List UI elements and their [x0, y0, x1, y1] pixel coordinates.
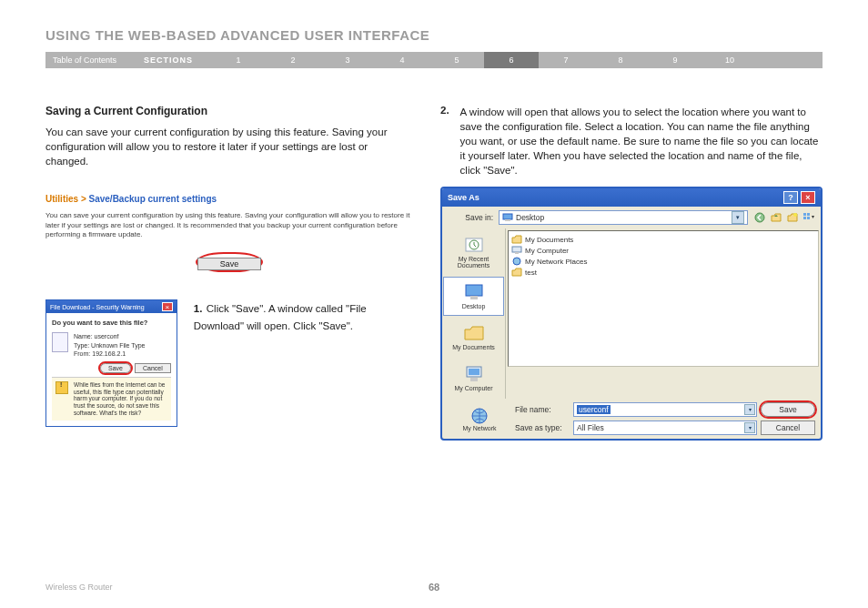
step-1-text: Click "Save". A window called "File Down…	[194, 303, 367, 330]
right-column: 2. A window will open that allows you to…	[440, 105, 823, 441]
save-in-label: Save in:	[448, 213, 493, 222]
place-recent-documents[interactable]: My Recent Documents	[443, 229, 504, 275]
chevron-down-icon[interactable]: ▾	[732, 211, 744, 224]
warning-text: While files from the Internet can be use…	[74, 381, 167, 417]
page-number: 68	[45, 582, 823, 593]
fd-cancel-button[interactable]: Cancel	[135, 363, 171, 373]
svg-rect-1	[505, 219, 510, 221]
file-download-dialog: File Download - Security Warning × Do yo…	[45, 299, 177, 426]
intro-paragraph: You can save your current configuration …	[45, 125, 413, 168]
svg-rect-10	[466, 285, 482, 296]
back-icon[interactable]	[753, 211, 766, 224]
type-label: Type:	[74, 342, 89, 349]
nav-section-6[interactable]: 6	[484, 52, 539, 68]
nav-section-8[interactable]: 8	[593, 56, 648, 65]
folder-icon	[511, 235, 522, 244]
svg-rect-11	[470, 296, 478, 299]
close-icon[interactable]: ×	[162, 302, 173, 311]
page-title: USING THE WEB-BASED ADVANCED USER INTERF…	[45, 27, 823, 43]
dialog-titlebar: File Download - Security Warning ×	[46, 300, 177, 313]
type-value: Unknown File Type	[91, 342, 145, 349]
desktop-icon	[502, 213, 513, 222]
save-as-save-button[interactable]: Save	[761, 402, 815, 417]
list-item[interactable]: test	[511, 267, 815, 278]
from-value: 192.168.2.1	[92, 350, 126, 357]
list-item[interactable]: My Computer	[511, 245, 815, 256]
nav-section-5[interactable]: 5	[429, 56, 484, 65]
place-mydocs-label: My Documents	[446, 344, 501, 350]
view-menu-icon[interactable]	[802, 211, 815, 224]
place-my-documents[interactable]: My Documents	[443, 318, 504, 357]
nav-section-9[interactable]: 9	[648, 56, 702, 65]
section-nav-bar: Table of Contents SECTIONS 1 2 3 4 5 6 7…	[45, 52, 823, 68]
nav-section-3[interactable]: 3	[320, 56, 375, 65]
recent-icon	[463, 236, 485, 254]
file-metadata: Name: userconf Type: Unknown File Type F…	[74, 332, 145, 357]
network-icon	[469, 407, 490, 425]
chevron-down-icon[interactable]: ▾	[744, 404, 755, 415]
svg-point-17	[513, 258, 520, 265]
nav-section-2[interactable]: 2	[266, 56, 320, 65]
file-listing[interactable]: My Documents My Computer My Network Plac…	[508, 230, 819, 367]
filename-label: File name:	[515, 405, 570, 414]
save-in-dropdown[interactable]: Desktop ▾	[499, 210, 748, 225]
place-my-network[interactable]: My Network	[448, 407, 511, 431]
step-1: 1. Click "Save". A window called "File D…	[194, 299, 413, 332]
step-2-number: 2.	[440, 105, 449, 177]
folder-icon	[463, 324, 485, 342]
nav-sections-label: SECTIONS	[144, 56, 193, 65]
list-item[interactable]: My Network Places	[511, 256, 815, 267]
filename-input[interactable]: userconf ▾	[573, 402, 757, 417]
help-icon[interactable]: ?	[783, 191, 798, 204]
saveastype-dropdown[interactable]: All Files ▾	[573, 421, 757, 435]
svg-rect-0	[503, 214, 512, 219]
name-value: userconf	[95, 333, 119, 339]
computer-icon	[511, 246, 522, 255]
save-as-toolbar: Save in: Desktop ▾	[442, 207, 821, 228]
place-my-computer[interactable]: My Computer	[443, 359, 504, 398]
chevron-down-icon[interactable]: ▾	[744, 422, 755, 433]
utility-description: You can save your current configuration …	[45, 211, 413, 239]
svg-rect-16	[515, 252, 519, 254]
list-item[interactable]: My Documents	[511, 234, 815, 245]
folder-icon	[511, 268, 522, 277]
list-item-label: My Computer	[525, 247, 569, 255]
list-item-label: My Documents	[525, 236, 573, 244]
step-2-text: A window will open that allows you to se…	[460, 105, 823, 177]
close-icon[interactable]: ×	[801, 191, 815, 204]
section-heading: Saving a Current Configuration	[45, 105, 413, 117]
list-item-label: My Network Places	[525, 258, 587, 266]
save-as-title: Save As	[448, 193, 479, 202]
name-label: Name:	[74, 333, 93, 339]
fd-save-button[interactable]: Save	[100, 363, 131, 373]
nav-section-7[interactable]: 7	[539, 56, 593, 65]
from-label: From:	[74, 350, 90, 357]
save-button[interactable]: Save	[197, 258, 262, 270]
save-as-cancel-button[interactable]: Cancel	[761, 421, 815, 435]
svg-rect-15	[512, 247, 521, 252]
svg-rect-6	[803, 217, 806, 219]
save-as-dialog: Save As ? × Save in: Desktop ▾	[440, 187, 823, 441]
places-bar: My Recent Documents Desktop My Documents…	[442, 228, 506, 399]
place-mynet-label: My Network	[448, 425, 511, 431]
save-as-titlebar: Save As ? ×	[442, 188, 821, 207]
nav-section-10[interactable]: 10	[702, 56, 757, 65]
highlighted-save-button-ring: Save	[196, 252, 264, 272]
network-icon	[511, 257, 522, 266]
svg-rect-14	[470, 378, 478, 381]
svg-rect-7	[807, 217, 810, 219]
dialog-question: Do you want to save this file?	[52, 319, 171, 327]
file-icon	[52, 332, 68, 352]
saveastype-value: All Files	[577, 423, 604, 432]
left-column: Saving a Current Configuration You can s…	[45, 105, 413, 441]
warning-icon	[56, 381, 68, 394]
nav-section-1[interactable]: 1	[211, 56, 266, 65]
save-in-value: Desktop	[516, 213, 544, 222]
breadcrumb-current: Save/Backup current settings	[89, 194, 217, 204]
new-folder-icon[interactable]	[786, 211, 799, 224]
up-folder-icon[interactable]	[770, 211, 782, 224]
place-desktop[interactable]: Desktop	[443, 277, 504, 316]
nav-section-4[interactable]: 4	[375, 56, 429, 65]
place-mycomp-label: My Computer	[446, 385, 501, 391]
nav-toc-link[interactable]: Table of Contents	[53, 56, 116, 65]
